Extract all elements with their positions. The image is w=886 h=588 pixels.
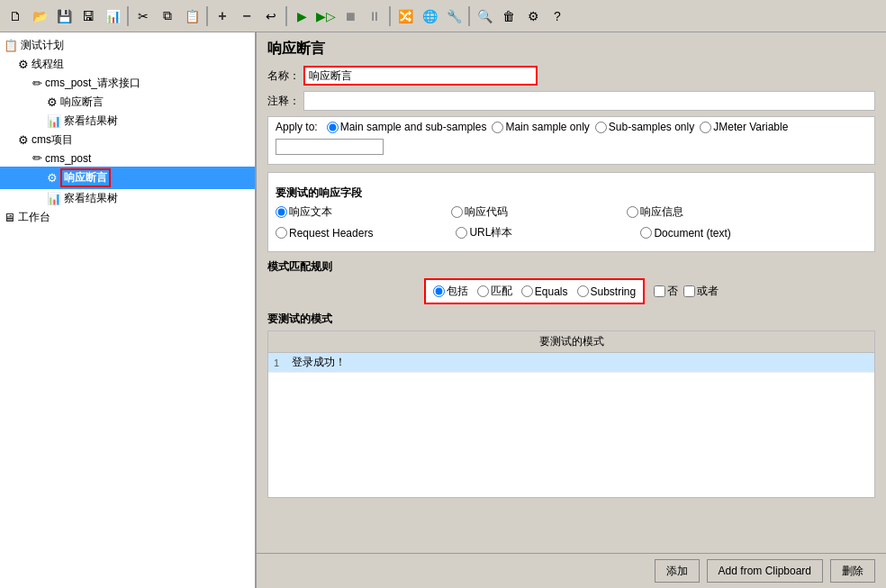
radio-main-sub[interactable]: Main sample and sub-samples	[327, 121, 487, 133]
toolbar-sep-2	[206, 6, 208, 26]
radio-url-sample-label: URL样本	[469, 225, 512, 240]
tree-item-test-plan[interactable]: 📋 测试计划	[0, 36, 255, 55]
toolbar-copy-btn[interactable]: ⧉	[156, 5, 179, 28]
name-label: 名称：	[267, 68, 300, 84]
tree-label-thread-group: 线程组	[32, 57, 64, 72]
response-assertion2-icon: ⚙	[47, 171, 58, 185]
radio-response-text[interactable]: 响应文本	[276, 204, 332, 220]
radio-main-only-label: Main sample only	[505, 121, 589, 133]
radio-response-info-input[interactable]	[627, 206, 638, 218]
fields-section: 要测试的响应字段 响应文本 响应代码 响应信息	[267, 172, 875, 252]
radio-substring-label: Substring	[591, 285, 637, 298]
checkbox-negate[interactable]: 否	[654, 284, 678, 299]
radio-main-sub-label: Main sample and sub-samples	[340, 121, 487, 133]
toolbar-remove-btn[interactable]: −	[235, 5, 258, 28]
tree-label-response-assertion1: 响应断言	[60, 95, 104, 110]
tree-item-response-assertion1[interactable]: ⚙ 响应断言	[0, 93, 255, 112]
tree-label-result-tree2: 察看结果树	[64, 191, 118, 206]
toolbar-cut-btn[interactable]: ✂	[131, 5, 155, 28]
radio-doc-text-label: Document (text)	[654, 227, 730, 240]
toolbar-settings-btn[interactable]: ⚙	[521, 5, 545, 28]
radio-url-sample-input[interactable]	[456, 227, 467, 239]
tree-item-cms-post[interactable]: ✏ cms_post	[0, 149, 255, 167]
toolbar-remote-start-btn[interactable]: 🔀	[393, 5, 417, 28]
radio-main-only[interactable]: Main sample only	[492, 121, 589, 133]
radio-substring-input[interactable]	[577, 285, 589, 297]
pattern-rules-title: 模式匹配规则	[267, 259, 875, 275]
toolbar-remote-all-btn[interactable]: 🔧	[442, 5, 466, 28]
radio-jmeter-var[interactable]: JMeter Variable	[700, 121, 788, 133]
toolbar-open-btn[interactable]: 📂	[28, 5, 51, 28]
note-input[interactable]	[303, 91, 875, 111]
add-pattern-button[interactable]: 添加	[655, 559, 700, 583]
radio-doc-text[interactable]: Document (text)	[640, 227, 730, 240]
radio-matches[interactable]: 匹配	[477, 284, 512, 299]
tree-label-cms-post: cms_post	[45, 152, 91, 165]
checkbox-negate-input[interactable]	[654, 285, 665, 297]
tree-item-workbench[interactable]: 🖥 工作台	[0, 208, 255, 227]
tree-item-result-tree2[interactable]: 📊 察看结果树	[0, 189, 255, 208]
toolbar-sep-3	[285, 6, 287, 26]
tree-item-cms-post-api[interactable]: ✏ cms_post_请求接口	[0, 74, 255, 93]
toolbar-shutdown-btn[interactable]: ⏸	[363, 5, 386, 28]
toolbar-paste-btn[interactable]: 📋	[180, 5, 203, 28]
jmeter-var-textbox[interactable]	[276, 139, 384, 155]
apply-to-group: Apply to: Main sample and sub-samples Ma…	[276, 121, 867, 155]
toolbar-chart-btn[interactable]: 📊	[101, 5, 124, 28]
radio-response-code-label: 响应代码	[465, 204, 508, 220]
workbench-icon: 🖥	[4, 211, 15, 224]
toolbar-search-btn[interactable]: 🔍	[473, 5, 496, 28]
toolbar-help-btn[interactable]: ?	[546, 5, 569, 28]
radio-response-code-input[interactable]	[451, 206, 463, 218]
radio-response-code[interactable]: 响应代码	[451, 204, 508, 220]
radio-response-info[interactable]: 响应信息	[627, 204, 683, 220]
checkbox-or[interactable]: 或者	[683, 284, 719, 299]
radio-sub-only-label: Sub-samples only	[609, 121, 694, 133]
radio-req-headers[interactable]: Request Headers	[276, 227, 373, 240]
tree-item-result-tree1[interactable]: 📊 察看结果树	[0, 112, 255, 131]
toolbar-stop-btn[interactable]: ⏹	[339, 5, 362, 28]
toolbar-clear-btn[interactable]: 🗑	[497, 5, 520, 28]
toolbar-start-btn[interactable]: ▶	[290, 5, 313, 28]
toolbar-remote-stop-btn[interactable]: 🌐	[418, 5, 441, 28]
tree-item-thread-group[interactable]: ⚙ 线程组	[0, 55, 255, 74]
tree-label-test-plan: 测试计划	[21, 38, 64, 53]
toolbar-save-template-btn[interactable]: 💾	[52, 5, 76, 28]
pattern-row-1[interactable]: 1 登录成功！	[268, 353, 874, 373]
name-input[interactable]	[303, 66, 538, 86]
toolbar-sep-1	[127, 6, 129, 26]
radio-sub-only-input[interactable]	[595, 122, 607, 133]
radio-contains[interactable]: 包括	[433, 284, 468, 299]
radio-doc-text-input[interactable]	[640, 227, 652, 239]
toolbar-reset-btn[interactable]: ↩	[259, 5, 283, 28]
add-from-clipboard-button[interactable]: Add from Clipboard	[707, 559, 823, 583]
tree-item-response-assertion2[interactable]: ⚙ 响应断言	[0, 167, 255, 189]
checkbox-or-input[interactable]	[683, 285, 695, 297]
radio-matches-input[interactable]	[477, 285, 489, 297]
radio-equals[interactable]: Equals	[521, 285, 568, 298]
radio-substring[interactable]: Substring	[577, 285, 637, 298]
radio-contains-input[interactable]	[433, 285, 445, 297]
tree-label-cms-post-api: cms_post_请求接口	[45, 76, 140, 91]
tree-label-result-tree1: 察看结果树	[64, 113, 118, 129]
delete-pattern-button[interactable]: 删除	[830, 559, 875, 583]
radio-sub-only[interactable]: Sub-samples only	[595, 121, 694, 133]
radio-main-sub-input[interactable]	[327, 122, 339, 133]
pattern-box: 包括 匹配 Equals Substring	[424, 278, 645, 304]
radio-jmeter-var-input[interactable]	[700, 122, 711, 133]
test-patterns-section: 要测试的模式 要测试的模式 1 登录成功！	[267, 312, 875, 498]
toolbar-start-no-pause-btn[interactable]: ▶▷	[314, 5, 338, 28]
toolbar-save-btn[interactable]: 🖫	[77, 5, 100, 28]
test-plan-icon: 📋	[4, 39, 18, 52]
tree-label-cms-project: cms项目	[32, 132, 73, 148]
radio-response-text-input[interactable]	[276, 206, 287, 218]
radio-response-info-label: 响应信息	[640, 204, 683, 220]
toolbar-add-btn[interactable]: +	[211, 5, 234, 28]
radio-url-sample[interactable]: URL样本	[456, 225, 512, 240]
tree-item-cms-project[interactable]: ⚙ cms项目	[0, 131, 255, 149]
radio-req-headers-input[interactable]	[276, 227, 287, 239]
radio-main-only-input[interactable]	[492, 122, 503, 133]
radio-equals-input[interactable]	[521, 285, 533, 297]
radio-matches-label: 匹配	[491, 284, 512, 299]
toolbar-new-btn[interactable]: 🗋	[4, 5, 27, 28]
